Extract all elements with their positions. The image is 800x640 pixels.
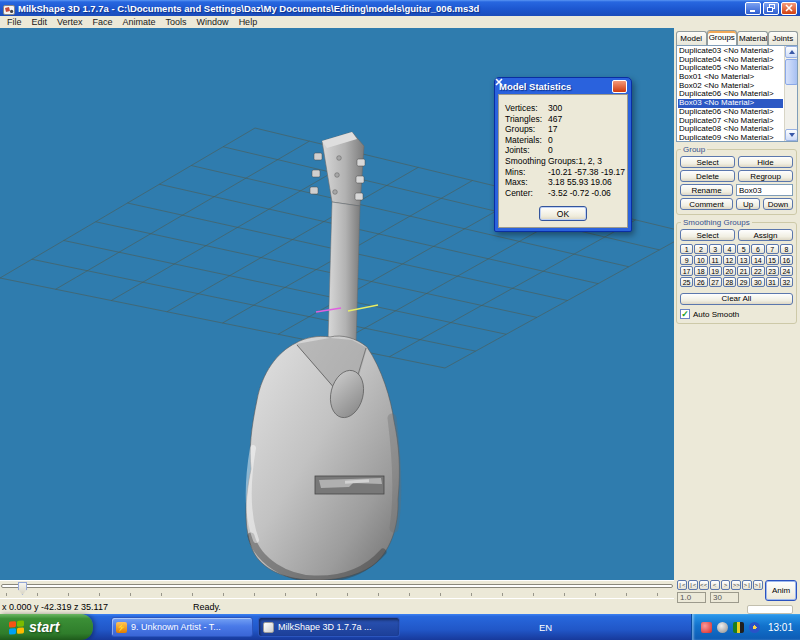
group-list-item[interactable]: Duplicate06 <No Material> xyxy=(678,90,783,99)
dialog-title-bar[interactable]: Model Statistics xyxy=(498,78,628,94)
smoothing-group-5-button[interactable]: 5 xyxy=(737,244,750,254)
viewport-3d[interactable]: Model Statistics Vertices:300Triangles:4… xyxy=(0,28,674,580)
scroll-up-icon[interactable] xyxy=(785,46,798,58)
menu-edit[interactable]: Edit xyxy=(27,17,53,27)
dialog-close-icon[interactable] xyxy=(612,80,627,93)
menu-face[interactable]: Face xyxy=(88,17,118,27)
smoothing-group-7-button[interactable]: 7 xyxy=(766,244,779,254)
anim-transport-7-button[interactable]: >| xyxy=(753,580,763,590)
smoothing-group-21-button[interactable]: 21 xyxy=(737,266,750,276)
current-frame-input[interactable] xyxy=(677,592,706,603)
menu-animate[interactable]: Animate xyxy=(118,17,161,27)
comment-button[interactable]: Comment xyxy=(680,198,733,210)
tray-icon-2[interactable] xyxy=(717,622,728,633)
group-list-item[interactable]: Duplicate06 <No Material> xyxy=(678,108,783,117)
group-list-item[interactable]: Box01 <No Material> xyxy=(678,73,783,82)
smoothing-group-12-button[interactable]: 12 xyxy=(723,255,736,265)
timeline-track[interactable] xyxy=(1,584,673,588)
group-listbox[interactable]: Duplicate03 <No Material>Duplicate04 <No… xyxy=(676,45,798,142)
menu-window[interactable]: Window xyxy=(192,17,234,27)
smoothing-group-30-button[interactable]: 30 xyxy=(751,277,764,287)
guitar-model[interactable] xyxy=(246,132,399,580)
smoothing-group-16-button[interactable]: 16 xyxy=(780,255,793,265)
taskbar-task-milkshape[interactable]: MilkShape 3D 1.7.7a ... xyxy=(258,617,400,637)
up-button[interactable]: Up xyxy=(736,198,760,210)
smoothing-group-1-button[interactable]: 1 xyxy=(680,244,693,254)
menu-tools[interactable]: Tools xyxy=(161,17,192,27)
tray-icon-1[interactable] xyxy=(701,622,712,633)
tray-icon-3[interactable] xyxy=(733,622,744,633)
minimize-button[interactable] xyxy=(745,2,761,15)
clear-all-button[interactable]: Clear All xyxy=(680,293,793,305)
smoothing-group-26-button[interactable]: 26 xyxy=(694,277,707,287)
smoothing-group-2-button[interactable]: 2 xyxy=(694,244,707,254)
group-list-item[interactable]: Duplicate07 <No Material> xyxy=(678,117,783,126)
smoothing-group-13-button[interactable]: 13 xyxy=(737,255,750,265)
tab-groups[interactable]: Groups xyxy=(707,30,738,45)
list-scrollbar[interactable] xyxy=(784,46,797,141)
smoothing-group-23-button[interactable]: 23 xyxy=(766,266,779,276)
smoothing-group-4-button[interactable]: 4 xyxy=(723,244,736,254)
down-button[interactable]: Down xyxy=(763,198,793,210)
auto-smooth-checkbox[interactable]: ✓ xyxy=(680,309,690,319)
smoothing-group-31-button[interactable]: 31 xyxy=(766,277,779,287)
smoothing-group-18-button[interactable]: 18 xyxy=(694,266,707,276)
scroll-down-icon[interactable] xyxy=(785,129,798,141)
smoothing-group-14-button[interactable]: 14 xyxy=(751,255,764,265)
group-list-item[interactable]: Box03 <No Material> xyxy=(678,99,783,108)
smoothing-group-32-button[interactable]: 32 xyxy=(780,277,793,287)
smoothing-group-19-button[interactable]: 19 xyxy=(709,266,722,276)
smoothing-group-6-button[interactable]: 6 xyxy=(751,244,764,254)
anim-toggle-button[interactable]: Anim xyxy=(765,580,797,601)
tab-joints[interactable]: Joints xyxy=(768,31,799,45)
delete-button[interactable]: Delete xyxy=(680,170,735,182)
smoothing-group-20-button[interactable]: 20 xyxy=(723,266,736,276)
rename-input[interactable] xyxy=(736,184,793,196)
smoothing-group-27-button[interactable]: 27 xyxy=(709,277,722,287)
anim-transport-5-button[interactable]: >> xyxy=(731,580,741,590)
smoothing-group-3-button[interactable]: 3 xyxy=(709,244,722,254)
smoothing-select-button[interactable]: Select xyxy=(680,229,735,241)
menu-help[interactable]: Help xyxy=(234,17,263,27)
language-indicator[interactable]: EN xyxy=(529,622,562,633)
scrollbar-thumb[interactable] xyxy=(785,59,798,85)
tab-materials[interactable]: Materials xyxy=(737,31,768,45)
anim-transport-4-button[interactable]: > xyxy=(721,580,731,590)
group-list-item[interactable]: Duplicate05 <No Material> xyxy=(678,64,783,73)
regroup-button[interactable]: Regroup xyxy=(738,170,793,182)
group-list-item[interactable]: Duplicate08 <No Material> xyxy=(678,125,783,134)
smoothing-group-28-button[interactable]: 28 xyxy=(723,277,736,287)
group-list-item[interactable]: Box02 <No Material> xyxy=(678,82,783,91)
ok-button[interactable]: OK xyxy=(539,206,587,221)
tray-icon-4[interactable] xyxy=(749,622,760,633)
close-button[interactable] xyxy=(781,2,797,15)
smoothing-group-10-button[interactable]: 10 xyxy=(694,255,707,265)
select-button[interactable]: Select xyxy=(680,156,735,168)
tab-model[interactable]: Model xyxy=(676,31,707,45)
taskbar-task-winamp[interactable]: ⚡ 9. Unknown Artist - T... xyxy=(111,617,253,637)
group-list-item[interactable]: Duplicate03 <No Material> xyxy=(678,47,783,56)
assign-button[interactable]: Assign xyxy=(738,229,793,241)
restore-button[interactable] xyxy=(763,2,779,15)
anim-transport-6-button[interactable]: >| xyxy=(742,580,752,590)
smoothing-group-29-button[interactable]: 29 xyxy=(737,277,750,287)
menu-vertex[interactable]: Vertex xyxy=(52,17,88,27)
smoothing-group-8-button[interactable]: 8 xyxy=(780,244,793,254)
hide-button[interactable]: Hide xyxy=(738,156,793,168)
rename-button[interactable]: Rename xyxy=(680,184,733,196)
anim-transport-2-button[interactable]: << xyxy=(699,580,709,590)
anim-transport-0-button[interactable]: |< xyxy=(677,580,687,590)
smoothing-group-24-button[interactable]: 24 xyxy=(780,266,793,276)
group-list-item[interactable]: Duplicate09 <No Material> xyxy=(678,134,783,142)
smoothing-group-17-button[interactable]: 17 xyxy=(680,266,693,276)
anim-transport-1-button[interactable]: |< xyxy=(688,580,698,590)
smoothing-group-9-button[interactable]: 9 xyxy=(680,255,693,265)
smoothing-group-25-button[interactable]: 25 xyxy=(680,277,693,287)
start-button[interactable]: start xyxy=(0,614,93,640)
menu-file[interactable]: File xyxy=(2,17,27,27)
anim-transport-3-button[interactable]: < xyxy=(710,580,720,590)
keyframe-timeline[interactable] xyxy=(0,580,674,598)
total-frames-input[interactable] xyxy=(710,592,739,603)
smoothing-group-11-button[interactable]: 11 xyxy=(709,255,722,265)
group-list-item[interactable]: Duplicate04 <No Material> xyxy=(678,56,783,65)
